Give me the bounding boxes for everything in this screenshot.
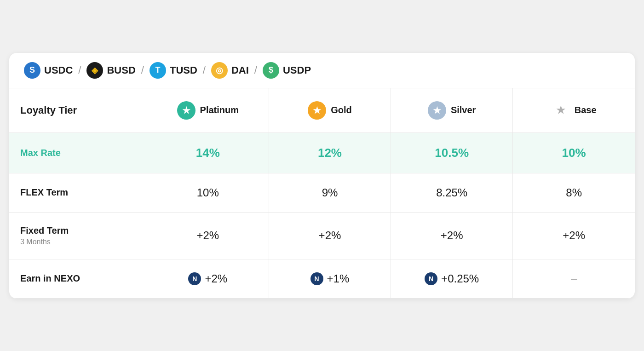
gold-label: Gold (331, 105, 352, 115)
flex-term-platinum: 10% (147, 173, 269, 212)
flex-term-gold: 9% (269, 173, 391, 212)
base-header: ★ Base (513, 88, 635, 133)
divider-1: / (78, 64, 81, 76)
max-rate-base: 10% (513, 132, 635, 173)
earn-in-nexo-platinum: N +2% (147, 259, 269, 298)
dai-label: DAI (231, 64, 249, 76)
silver-header: ★ Silver (391, 88, 513, 133)
currency-busd: ◈ BUSD (86, 62, 135, 79)
flex-term-label: FLEX Term (9, 173, 147, 212)
tusd-icon: T (150, 62, 166, 79)
max-rate-row: Max Rate 14% 12% 10.5% 10% (9, 132, 635, 173)
silver-icon: ★ (428, 101, 446, 120)
gold-icon: ★ (308, 101, 326, 120)
platinum-header: ★ Platinum (147, 88, 269, 133)
busd-icon: ◈ (86, 62, 103, 79)
divider-3: / (203, 64, 206, 76)
fixed-term-base: +2% (513, 212, 635, 259)
fixed-term-subtitle: 3 Months (20, 238, 136, 246)
base-cell: ★ Base (524, 101, 624, 120)
nexo-value-gold: +1% (327, 272, 350, 285)
max-rate-label: Max Rate (9, 132, 147, 173)
flex-term-silver: 8.25% (391, 173, 513, 212)
fixed-term-gold: +2% (269, 212, 391, 259)
usdp-label: USDP (283, 64, 311, 76)
currency-tusd: T TUSD (150, 62, 197, 79)
currency-usdp: $ USDP (263, 62, 311, 79)
fixed-term-row: Fixed Term 3 Months +2% +2% +2% +2% (9, 212, 635, 259)
nexo-cell-gold: N +1% (280, 272, 380, 285)
loyalty-tier-header: Loyalty Tier (9, 88, 147, 133)
nexo-value-silver: +0.25% (441, 272, 479, 285)
max-rate-silver: 10.5% (391, 132, 513, 173)
silver-label: Silver (451, 105, 476, 115)
divider-4: / (254, 64, 257, 76)
comparison-table: Loyalty Tier ★ Platinum ★ Gold (9, 88, 635, 299)
fixed-term-platinum: +2% (147, 212, 269, 259)
earn-in-nexo-row: Earn in NEXO N +2% N +1% N + (9, 259, 635, 298)
tusd-label: TUSD (170, 64, 197, 76)
max-rate-platinum: 14% (147, 132, 269, 173)
nexo-icon-platinum: N (188, 272, 201, 285)
gold-header: ★ Gold (269, 88, 391, 133)
base-icon: ★ (552, 101, 570, 120)
loyalty-tier-label: Loyalty Tier (20, 104, 77, 116)
earn-in-nexo-silver: N +0.25% (391, 259, 513, 298)
flex-term-row: FLEX Term 10% 9% 8.25% 8% (9, 173, 635, 212)
currency-usdc: S USDC (24, 62, 73, 79)
usdc-icon: S (24, 62, 40, 79)
earn-in-nexo-base: – (513, 259, 635, 298)
fixed-term-silver: +2% (391, 212, 513, 259)
currency-header: S USDC / ◈ BUSD / T TUSD / ◎ DAI / $ USD… (9, 53, 635, 88)
dai-icon: ◎ (211, 62, 228, 79)
nexo-cell-silver: N +0.25% (402, 272, 501, 285)
tier-header-row: Loyalty Tier ★ Platinum ★ Gold (9, 88, 635, 133)
busd-label: BUSD (107, 64, 135, 76)
currency-dai: ◎ DAI (211, 62, 249, 79)
gold-cell: ★ Gold (280, 101, 380, 120)
main-card: S USDC / ◈ BUSD / T TUSD / ◎ DAI / $ USD… (9, 53, 635, 299)
nexo-icon-gold: N (310, 272, 323, 285)
earn-in-nexo-label: Earn in NEXO (9, 259, 147, 298)
platinum-icon: ★ (177, 101, 196, 120)
nexo-cell-platinum: N +2% (158, 272, 258, 285)
base-label: Base (575, 105, 597, 115)
nexo-value-platinum: +2% (205, 272, 227, 285)
silver-cell: ★ Silver (402, 101, 501, 120)
usdc-label: USDC (44, 64, 73, 76)
fixed-term-label: Fixed Term 3 Months (9, 212, 147, 259)
max-rate-gold: 12% (269, 132, 391, 173)
earn-in-nexo-gold: N +1% (269, 259, 391, 298)
divider-2: / (141, 64, 144, 76)
platinum-cell: ★ Platinum (158, 101, 258, 120)
usdp-icon: $ (263, 62, 279, 79)
nexo-icon-silver: N (425, 272, 437, 285)
flex-term-base: 8% (513, 173, 635, 212)
platinum-label: Platinum (200, 105, 239, 115)
